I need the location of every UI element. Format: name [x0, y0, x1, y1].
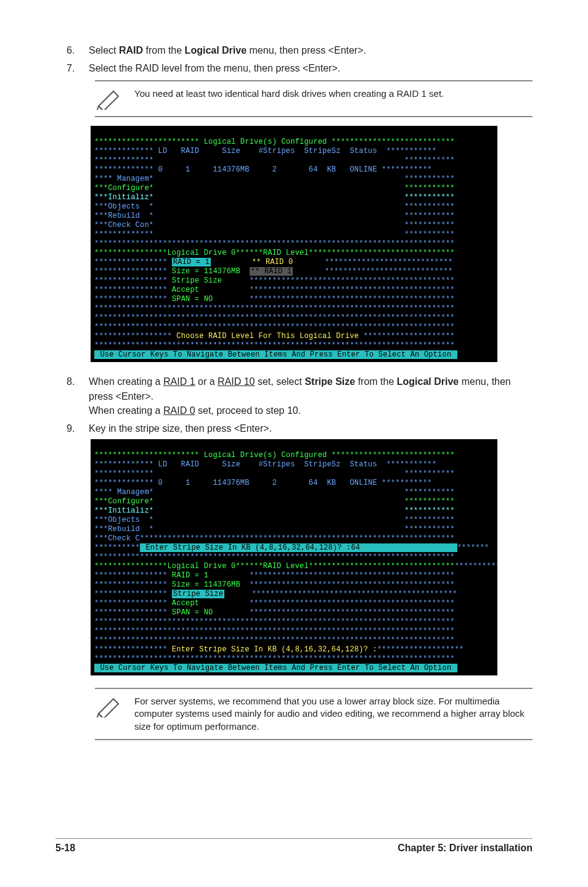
note1-text: You need at least two identical hard dis…	[134, 88, 530, 100]
terminal-screenshot-1: *********************** Logical Drive(s)…	[91, 126, 497, 362]
step8-body: When creating a RAID 1 or a RAID 10 set,…	[89, 374, 533, 418]
note-icon	[95, 88, 122, 110]
page-footer: 5-18 Chapter 5: Driver installation	[55, 838, 533, 854]
note1-block: You need at least two identical hard dis…	[95, 80, 533, 117]
step9-num: 9.	[67, 421, 89, 435]
note2-text: For server systems, we recommend that yo…	[134, 695, 530, 733]
step9-body: Key in the stripe size, then press <Ente…	[89, 421, 533, 435]
step7-body: Select the RAID level from the menu, the…	[89, 61, 533, 75]
step6-num: 6.	[67, 43, 89, 57]
footer-page-num: 5-18	[55, 843, 75, 854]
step7-num: 7.	[67, 61, 89, 75]
terminal-screenshot-2: *********************** Logical Drive(s)…	[91, 439, 497, 675]
step6-body: Select RAID from the Logical Drive menu,…	[89, 43, 533, 57]
footer-chapter: Chapter 5: Driver installation	[398, 843, 533, 854]
note-icon	[95, 695, 122, 717]
note2-block: For server systems, we recommend that yo…	[95, 688, 533, 740]
step8-num: 8.	[67, 374, 89, 389]
